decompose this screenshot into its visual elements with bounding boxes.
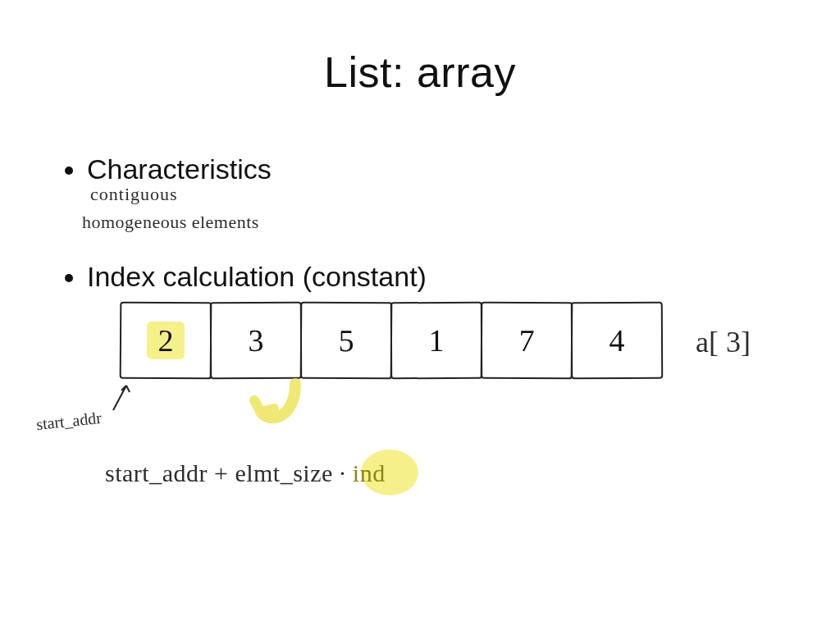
array-cell-4-value: 7 bbox=[518, 322, 534, 358]
formula-dot: · bbox=[340, 459, 346, 486]
array-cell-0-value: 2 bbox=[158, 322, 173, 358]
bullet-index-calc: Index calculation (constant) bbox=[87, 260, 427, 294]
slide-title: List: array bbox=[0, 48, 840, 97]
bullet-characteristics: Characteristics bbox=[87, 153, 427, 186]
array-cell-3: 1 bbox=[390, 302, 482, 380]
handwritten-a-index: a[ 3] bbox=[696, 325, 751, 359]
array-row: 2 3 5 1 7 4 bbox=[120, 302, 663, 379]
array-cell-4: 7 bbox=[481, 302, 573, 380]
array-cell-1: 3 bbox=[210, 302, 302, 380]
formula-ind: ind bbox=[346, 459, 386, 486]
array-cell-0: 2 bbox=[120, 302, 212, 380]
formula-part1: start_addr + elmt_size bbox=[105, 459, 340, 486]
array-cell-2: 5 bbox=[300, 302, 393, 380]
arrow-yellow-curve-icon bbox=[246, 376, 312, 441]
array-diagram: 2 3 5 1 7 4 bbox=[120, 302, 663, 379]
array-cell-5: 4 bbox=[571, 302, 663, 380]
handwritten-homogeneous: homogeneous elements bbox=[82, 212, 259, 233]
array-cell-2-value: 5 bbox=[338, 322, 354, 358]
array-cell-3-value: 1 bbox=[428, 322, 444, 358]
array-cell-5-value: 4 bbox=[609, 322, 624, 358]
handwritten-formula: start_addr + elmt_size · ind bbox=[105, 459, 386, 487]
slide: List: array Characteristics Index calcul… bbox=[0, 0, 840, 630]
array-cell-1-value: 3 bbox=[248, 322, 263, 358]
handwritten-start-addr: start_addr bbox=[35, 409, 103, 434]
handwritten-contiguous: contiguous bbox=[90, 184, 178, 205]
arrow-start-addr-icon bbox=[108, 381, 141, 413]
